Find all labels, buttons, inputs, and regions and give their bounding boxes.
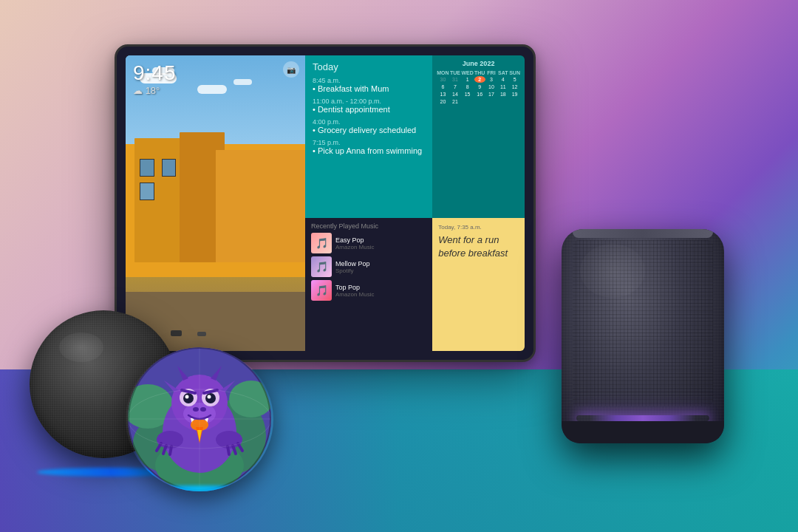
cal-day-13: 13: [437, 91, 449, 98]
cal-day-11: 11: [497, 83, 508, 90]
cal-day-2-today: 2: [474, 76, 485, 83]
music-title-0: Easy Pop: [335, 236, 426, 244]
dragon-svg: [126, 347, 273, 491]
top-row: Today 8:45 a.m. • Breakfast with Mum 11:…: [305, 55, 525, 218]
music-item-0: 🎵 Easy Pop Amazon Music: [311, 233, 426, 253]
svg-line-34: [228, 446, 229, 454]
cal-header-sun: SUN: [509, 70, 520, 75]
music-title-2: Top Pop: [335, 284, 426, 291]
cloud-weather-icon: ☁: [133, 85, 143, 96]
schedule-time-2: 4:00 p.m.: [313, 118, 425, 126]
dragon-svg-wrapper: [126, 347, 273, 491]
cal-day-18: 18: [497, 91, 508, 98]
cal-header-thu: THU: [474, 70, 485, 75]
cal-header-wed: WED: [461, 70, 473, 75]
schedule-time-3: 7:15 p.m.: [313, 139, 425, 146]
echo-dot-kids-body: [126, 347, 273, 491]
weather-display: ☁ 18°: [133, 85, 177, 96]
bottom-row: Recently Played Music 🎵 Easy Pop Amazon …: [305, 218, 525, 351]
schedule-text-3: • Pick up Anna from swimming: [313, 146, 425, 155]
window-3: [140, 183, 154, 200]
cloud-3: [197, 85, 227, 94]
echo-studio: [562, 229, 739, 458]
music-source-2: Amazon Music: [335, 291, 426, 298]
agenda-section: Today 8:45 a.m. • Breakfast with Mum 11:…: [305, 55, 432, 218]
music-source-1: Spotify: [335, 267, 426, 274]
music-section: Recently Played Music 🎵 Easy Pop Amazon …: [305, 218, 432, 351]
schedule-text-2: • Grocery delivery scheduled: [313, 126, 425, 134]
cal-day-10: 10: [486, 83, 497, 90]
cal-day-30: 30: [437, 76, 449, 83]
screen-photo: 9:45 ☁ 18° 📷: [126, 55, 305, 351]
cal-day-20: 20: [437, 98, 449, 105]
music-info-2: Top Pop Amazon Music: [335, 284, 426, 298]
music-section-label: Recently Played Music: [311, 222, 426, 230]
schedule-time-1: 11:00 a.m. - 12:00 p.m.: [313, 98, 425, 105]
music-item-2: 🎵 Top Pop Amazon Music: [311, 280, 426, 301]
echo-dot-kids: [126, 347, 288, 510]
cal-header-mon: MON: [437, 70, 449, 75]
cal-day-8: 8: [461, 83, 473, 90]
svg-point-19: [193, 407, 199, 412]
music-thumb-2: 🎵: [311, 280, 332, 301]
cal-day-4: 4: [497, 76, 508, 83]
svg-point-14: [205, 393, 216, 403]
studio-top-detail: [573, 229, 713, 238]
moto-2: [197, 332, 206, 336]
cal-day-1: 1: [461, 76, 473, 83]
cal-day-31: 31: [450, 76, 461, 83]
svg-point-20: [200, 407, 206, 412]
music-note-icon-1: 🎵: [316, 261, 328, 273]
window-2: [162, 159, 176, 177]
svg-line-31: [170, 446, 171, 454]
cal-header-sat: SAT: [497, 70, 508, 75]
cal-day-6: 6: [437, 83, 449, 90]
time-display: 9:45: [133, 61, 177, 85]
cal-day-15: 15: [461, 91, 473, 98]
cal-day-5: 5: [509, 76, 520, 83]
kids-ring: [129, 485, 270, 491]
cal-day-14: 14: [450, 91, 461, 98]
cal-day-21: 21: [450, 98, 461, 105]
studio-led-bar: [576, 415, 709, 421]
music-note-icon-0: 🎵: [316, 237, 328, 249]
music-thumb-1: 🎵: [311, 256, 332, 277]
cal-header-fri: FRI: [486, 70, 497, 75]
music-item-1: 🎵 Mellow Pop Spotify: [311, 256, 426, 277]
svg-point-15: [185, 395, 189, 399]
studio-highlight: [580, 244, 645, 298]
cal-header-tue: TUE: [450, 70, 461, 75]
schedule-item-3: 7:15 p.m. • Pick up Anna from swimming: [313, 139, 425, 155]
calendar-month: June 2022: [437, 60, 520, 67]
schedule-item-0: 8:45 a.m. • Breakfast with Mum: [313, 77, 425, 93]
music-info-1: Mellow Pop Spotify: [335, 260, 426, 274]
note-section: Today, 7:35 a.m. Went for a run before b…: [432, 218, 525, 351]
schedule-text-1: • Dentist appointment: [313, 105, 425, 114]
cal-day-12: 12: [509, 83, 520, 90]
cal-day-19: 19: [509, 91, 520, 98]
echo-show-screen: 9:45 ☁ 18° 📷 Today: [126, 55, 525, 351]
camera-button[interactable]: 📷: [283, 61, 299, 78]
music-source-0: Amazon Music: [335, 244, 426, 250]
cal-day-16: 16: [474, 91, 485, 98]
dot-highlight: [59, 332, 103, 362]
studio-bottom: [562, 421, 724, 443]
window-1: [140, 159, 154, 177]
schedule-text-0: • Breakfast with Mum: [313, 84, 425, 93]
note-date: Today, 7:35 a.m.: [438, 224, 519, 231]
camera-icon: 📷: [287, 66, 296, 74]
building-right: [216, 150, 306, 262]
music-thumb-0: 🎵: [311, 233, 332, 253]
note-text: Went for a run before breakfast: [438, 233, 519, 260]
today-label: Today: [313, 61, 425, 72]
echo-studio-body: [562, 229, 724, 443]
cal-day-17: 17: [486, 91, 497, 98]
schedule-item-1: 11:00 a.m. - 12:00 p.m. • Dentist appoin…: [313, 98, 425, 114]
calendar-section: June 2022 MON TUE WED THU FRI SAT SUN 30…: [432, 55, 525, 218]
svg-point-13: [183, 393, 194, 403]
cal-day-9: 9: [474, 83, 485, 90]
cal-day-7: 7: [450, 83, 461, 90]
calendar-grid: MON TUE WED THU FRI SAT SUN 30 31 1 2: [437, 70, 520, 105]
music-note-icon-2: 🎵: [316, 284, 328, 296]
music-title-1: Mellow Pop: [335, 260, 426, 267]
